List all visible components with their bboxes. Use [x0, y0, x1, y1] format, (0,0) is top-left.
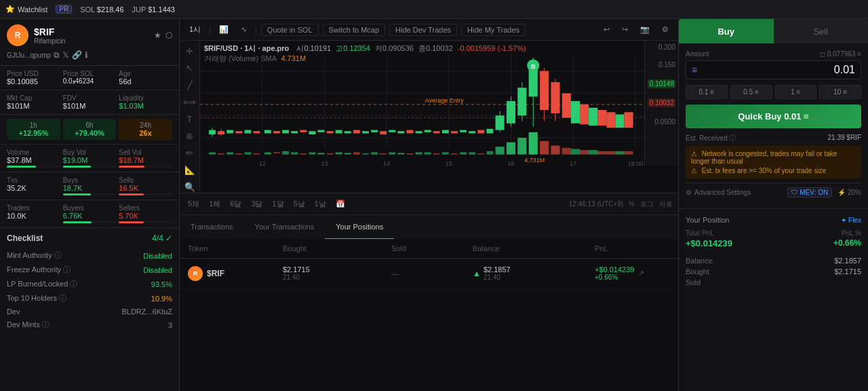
- magnet-tool[interactable]: ⊕: [186, 131, 193, 141]
- 1d-btn[interactable]: 1달: [270, 198, 287, 210]
- screenshot-btn[interactable]: 📷: [636, 24, 654, 35]
- text-tool[interactable]: T: [187, 114, 193, 124]
- zoom-out-tool[interactable]: 🔍: [184, 182, 195, 192]
- flex-btn[interactable]: ✦ Flex: [841, 217, 861, 224]
- mkt-cap-cell: Mkt Cap $101M: [7, 94, 60, 110]
- 3d-btn[interactable]: 3달: [248, 198, 265, 210]
- est-received-value: 21.39 $RIF: [828, 134, 861, 143]
- 1n-btn[interactable]: 1날: [312, 198, 329, 210]
- link-icon[interactable]: 🔗: [72, 50, 82, 60]
- 5m-btn[interactable]: 5채: [185, 198, 202, 210]
- token-address: GJtJu...qpump: [7, 52, 51, 59]
- lp-burned-item: LP Burned/Locked ⓘ 93.5%: [7, 277, 172, 291]
- price-sol-cell: Price SOL 0.0₃46234: [63, 70, 117, 86]
- 6d-btn[interactable]: 6달: [227, 198, 244, 210]
- lp-burned-value: 93.5%: [151, 280, 172, 288]
- measure-tool[interactable]: 📐: [184, 165, 195, 175]
- dev-item: Dev BLDRZ...6KtuZ: [7, 305, 172, 318]
- candle-type-btn[interactable]: 📊: [215, 24, 233, 35]
- star-icon[interactable]: ★: [154, 31, 161, 40]
- ruler-tool[interactable]: ⟺: [183, 97, 196, 107]
- pos-token-cell: R $RIF: [188, 266, 283, 281]
- svg-text:16: 16: [507, 160, 514, 166]
- sells-cell: Sells 16.5K: [119, 176, 172, 196]
- svg-rect-91: [397, 153, 404, 154]
- sellers-cell: Sellers 5.70K: [119, 204, 172, 223]
- pos-bought: $2.1715: [283, 265, 391, 274]
- indicator-btn[interactable]: ∿: [237, 24, 251, 35]
- redo-btn[interactable]: ↪: [618, 24, 632, 35]
- percent-btn[interactable]: %: [629, 200, 635, 208]
- dev-mints-item: Dev Mints ⓘ 3: [7, 318, 172, 332]
- warning-icon: ⚠: [691, 150, 697, 157]
- stats-row: Mkt Cap $101M FDV $101M Liquidity $1.03M: [0, 90, 179, 115]
- traders-value: 10.0K: [7, 212, 60, 220]
- trend-line-tool[interactable]: ╱: [187, 80, 193, 90]
- buy-sell-tabs: Buy Sell: [679, 19, 868, 43]
- pencil-tool[interactable]: ✏: [186, 148, 193, 158]
- change-row: 1h +12.95% 6h +79.40% 24h 26x: [0, 115, 179, 145]
- pos-avatar: R: [188, 266, 203, 281]
- svg-rect-39: [425, 130, 431, 132]
- freeze-authority-item: Freeze Authority ⓘ Disabled: [7, 263, 172, 277]
- cursor-tool[interactable]: ↖: [186, 63, 193, 73]
- pr-badge[interactable]: PR: [56, 5, 72, 14]
- timeframe-1h-btn[interactable]: 1시: [185, 23, 205, 36]
- undo-btn[interactable]: ↩: [599, 24, 614, 35]
- preset-0.5-btn[interactable]: 0.5 ≡: [730, 85, 772, 99]
- copy-icon[interactable]: ⧉: [54, 50, 60, 60]
- preset-10-btn[interactable]: 10 ≡: [819, 85, 861, 99]
- svg-rect-40: [433, 131, 440, 133]
- timestamp: 12:46:13 (UTC+9): [569, 200, 623, 208]
- trade-amount-row[interactable]: ≡: [686, 60, 861, 79]
- quick-buy-btn[interactable]: Quick Buy 0.01 ≡: [686, 105, 861, 128]
- svg-rect-70: [209, 152, 216, 154]
- tab-transactions[interactable]: Transactions: [180, 215, 244, 240]
- trade-form: Amount ◻ 0.077963 ≡ ≡ 0.1 ≡ 0.5 ≡ 1 ≡ 10…: [679, 43, 868, 208]
- top10-item: Top 10 Holders ⓘ 10.9%: [7, 291, 172, 305]
- preset-1-btn[interactable]: 1 ≡: [775, 85, 817, 99]
- svg-rect-18: [235, 131, 242, 133]
- svg-rect-22: [273, 131, 280, 133]
- checklist-title: Checklist: [7, 234, 43, 243]
- svg-text:14: 14: [383, 160, 390, 166]
- quote-in-sol-btn[interactable]: Quote in SOL: [261, 24, 319, 36]
- svg-rect-105: [529, 132, 538, 155]
- 5n-btn[interactable]: 5날: [291, 198, 308, 210]
- svg-rect-87: [362, 153, 369, 155]
- tab-your-positions[interactable]: Your Positions: [325, 215, 394, 240]
- hide-my-trades-btn[interactable]: Hide My Trades: [461, 24, 526, 36]
- settings-btn[interactable]: ⚙: [658, 24, 673, 35]
- balance-detail-value: $2.1857: [834, 257, 861, 265]
- auto-btn[interactable]: 자동: [659, 200, 673, 209]
- watchlist-btn[interactable]: ⭐ Watchlist: [5, 5, 47, 14]
- svg-rect-84: [336, 152, 342, 154]
- svg-rect-20: [254, 131, 260, 133]
- amount-input[interactable]: [701, 64, 855, 76]
- calendar-btn[interactable]: 📅: [333, 198, 348, 210]
- table-row: R $RIF $2.1715 21.40 — ▲ $2.1857 21.40: [180, 259, 678, 288]
- preset-0.1-btn[interactable]: 0.1 ≡: [686, 85, 728, 99]
- share-icon[interactable]: ⬡: [165, 31, 172, 40]
- advanced-settings-btn[interactable]: Advanced Settings: [694, 189, 751, 196]
- sell-tab[interactable]: Sell: [774, 19, 869, 43]
- buy-tab[interactable]: Buy: [679, 19, 774, 43]
- tab-your-transactions[interactable]: Your Transactions: [244, 215, 326, 240]
- twitter-icon[interactable]: 𝕏: [62, 50, 69, 60]
- token-header: R $RIF Rifampicin ★ ⬡ GJtJu...qpump ⧉ 𝕏 …: [0, 19, 179, 66]
- share-pos-icon[interactable]: ↗: [638, 269, 644, 278]
- hide-dev-trades-btn[interactable]: Hide Dev Trades: [389, 24, 457, 36]
- log-btn[interactable]: 로그: [640, 200, 654, 209]
- svg-rect-62: [571, 101, 580, 124]
- svg-rect-19: [245, 130, 252, 134]
- slippage-btn[interactable]: ⚡ 20%: [837, 189, 861, 196]
- top-bar: ⭐ Watchlist PR SOL $218.46 JUP $1.1443: [0, 0, 868, 19]
- sells-value: 16.5K: [119, 184, 172, 192]
- svg-rect-78: [282, 151, 289, 155]
- crosshair-tool[interactable]: ✛: [186, 46, 193, 56]
- 1h-btn[interactable]: 1헤: [206, 198, 223, 210]
- balance-arrow-icon: ▲: [473, 269, 481, 278]
- liquidity-cell: Liquidity $1.03M: [119, 94, 172, 110]
- info-icon[interactable]: ℹ: [85, 50, 88, 60]
- switch-to-mcap-btn[interactable]: Switch to Mcap: [323, 24, 386, 36]
